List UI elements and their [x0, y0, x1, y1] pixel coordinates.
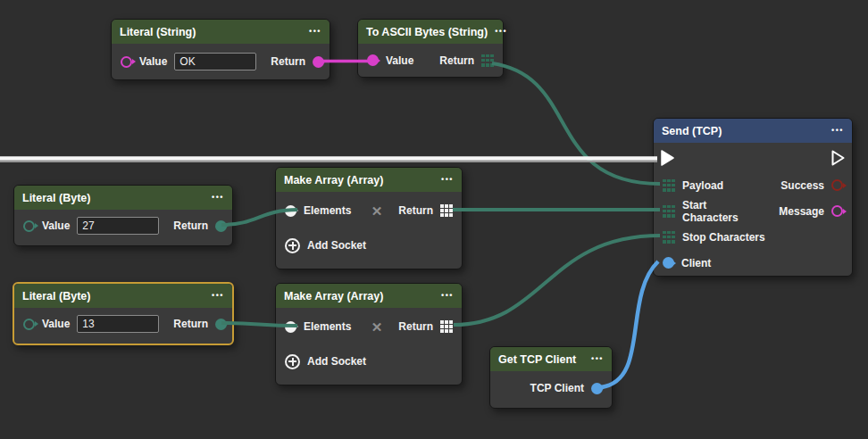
remove-socket-icon[interactable]: ✕: [371, 320, 383, 334]
remove-socket-icon[interactable]: ✕: [371, 204, 383, 218]
node-header[interactable]: Make Array (Array) •••: [276, 168, 462, 192]
exec-out-icon[interactable]: [831, 150, 845, 166]
port-tcp-client-out[interactable]: [591, 383, 603, 394]
node-make-array-2[interactable]: Make Array (Array) ••• Elements ✕ Return…: [275, 283, 463, 385]
node-title: Send (TCP): [662, 125, 722, 137]
node-row: Value Return: [112, 44, 330, 79]
node-row: Value Return: [14, 210, 232, 245]
node-send-tcp[interactable]: Send (TCP) ••• Payload Success Start Cha…: [653, 118, 853, 277]
node-title: Make Array (Array): [284, 290, 383, 302]
value-label: Value: [42, 220, 70, 232]
node-header[interactable]: Literal (String) •••: [112, 20, 330, 44]
message-label: Message: [779, 205, 824, 218]
node-literal-string-1[interactable]: Literal (String) ••• Value Return: [111, 19, 330, 80]
port-payload-in[interactable]: [663, 179, 675, 192]
wire-ascii-to-payload[interactable]: [492, 63, 660, 184]
return-label: Return: [398, 320, 433, 333]
return-label: Return: [439, 54, 474, 67]
node-row: Elements ✕ Return: [276, 308, 462, 345]
value-input[interactable]: [174, 53, 256, 70]
node-row: Value Return: [358, 44, 503, 77]
tcp-client-label: TCP Client: [530, 382, 584, 394]
port-value-in[interactable]: [121, 56, 132, 68]
node-title: Literal (String): [120, 26, 196, 38]
node-row: TCP Client: [490, 371, 612, 408]
return-label: Return: [173, 220, 208, 232]
node-row: Add Socket: [276, 345, 462, 385]
node-row: Add Socket: [276, 229, 462, 269]
node-header[interactable]: Make Array (Array) •••: [276, 284, 462, 308]
node-row: Stop Characters: [654, 224, 852, 250]
graph-canvas[interactable]: Literal (String) ••• Value Return To ASC…: [0, 0, 868, 439]
menu-icon[interactable]: •••: [212, 292, 224, 300]
exec-in-icon[interactable]: [661, 150, 674, 166]
node-to-ascii-bytes[interactable]: To ASCII Bytes (String) ••• Value Return: [357, 19, 504, 78]
exec-row: [654, 143, 852, 172]
menu-icon[interactable]: •••: [591, 355, 604, 363]
elements-label: Elements: [304, 320, 351, 333]
port-message-out[interactable]: [831, 205, 843, 217]
node-get-tcp-client[interactable]: Get TCP Client ••• TCP Client: [489, 346, 613, 409]
value-label: Value: [139, 55, 167, 68]
port-client-in[interactable]: [663, 257, 674, 269]
value-label: Value: [386, 54, 413, 67]
node-row: Start Characters Message: [654, 198, 852, 224]
value-label: Value: [42, 318, 70, 330]
port-value-in[interactable]: [23, 220, 35, 232]
port-return-array-out[interactable]: [440, 204, 453, 217]
elements-label: Elements: [304, 204, 351, 217]
port-value-in[interactable]: [23, 319, 35, 330]
menu-icon[interactable]: •••: [831, 127, 844, 135]
node-header[interactable]: To ASCII Bytes (String) •••: [358, 20, 503, 44]
start-characters-label: Start Characters: [682, 199, 764, 224]
node-title: Make Array (Array): [284, 174, 383, 186]
node-title: Literal (Byte): [22, 290, 90, 302]
node-row: Elements ✕ Return: [276, 192, 462, 229]
menu-icon[interactable]: •••: [309, 28, 321, 36]
node-title: Get TCP Client: [498, 353, 576, 366]
node-row: Client: [654, 250, 852, 276]
node-literal-byte-1[interactable]: Literal (Byte) ••• Value Return: [13, 185, 233, 246]
payload-label: Payload: [682, 179, 723, 192]
port-stop-characters-in[interactable]: [663, 231, 675, 244]
stop-characters-label: Stop Characters: [682, 231, 765, 244]
node-row: Payload Success: [654, 172, 852, 198]
wire-array2-to-stop-chars[interactable]: [454, 236, 660, 325]
port-start-characters-in[interactable]: [663, 205, 675, 218]
client-label: Client: [681, 257, 711, 269]
add-socket-icon[interactable]: [285, 238, 300, 253]
return-label: Return: [173, 318, 208, 330]
menu-icon[interactable]: •••: [441, 292, 454, 300]
node-literal-byte-2[interactable]: Literal (Byte) ••• Value Return: [13, 282, 234, 345]
menu-icon[interactable]: •••: [212, 194, 224, 202]
node-header[interactable]: Literal (Byte) •••: [14, 186, 232, 210]
node-row: Value Return: [14, 308, 232, 344]
add-socket-label[interactable]: Add Socket: [307, 355, 366, 368]
port-success-out[interactable]: [831, 179, 843, 191]
node-title: To ASCII Bytes (String): [366, 26, 488, 38]
value-input[interactable]: [77, 217, 159, 235]
success-label: Success: [780, 179, 824, 192]
add-socket-label[interactable]: Add Socket: [307, 239, 366, 252]
node-header[interactable]: Get TCP Client •••: [490, 347, 612, 371]
return-label: Return: [398, 204, 433, 217]
node-header[interactable]: Literal (Byte) •••: [14, 284, 232, 308]
menu-icon[interactable]: •••: [495, 28, 507, 36]
menu-icon[interactable]: •••: [441, 176, 454, 184]
add-socket-icon[interactable]: [285, 354, 300, 369]
node-make-array-1[interactable]: Make Array (Array) ••• Elements ✕ Return…: [275, 167, 463, 269]
node-header[interactable]: Send (TCP) •••: [654, 119, 852, 143]
return-label: Return: [271, 55, 305, 68]
port-return-array-out[interactable]: [440, 320, 453, 333]
value-input[interactable]: [77, 315, 159, 333]
node-title: Literal (Byte): [22, 192, 90, 204]
